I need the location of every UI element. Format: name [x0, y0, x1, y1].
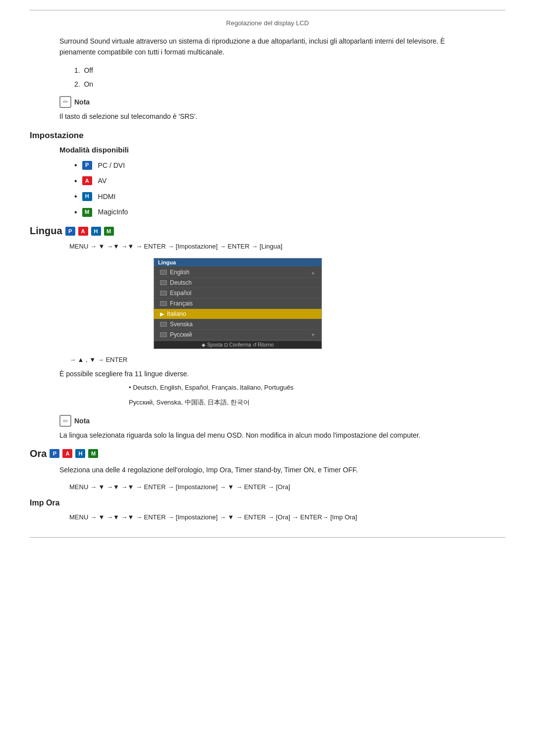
ora-heading: Ora	[30, 448, 47, 459]
modalita-item-hdmi: • H HDMI	[74, 190, 505, 203]
lingua-badge-h: H	[91, 227, 101, 236]
modalita-item-pc: • P PC / DVI	[74, 159, 505, 172]
nota-icon-2: ✏	[59, 415, 71, 427]
intro-text: Surround Sound virtuale attraverso un si…	[59, 36, 476, 58]
lang-flag-english	[160, 270, 167, 275]
badge-m-1: M	[82, 208, 92, 217]
lang-item-svenska: Svenska	[154, 319, 321, 330]
modalita-label-magicinfo: MagicInfo	[98, 206, 128, 217]
lang-item-russian: Русский ▼	[154, 330, 321, 340]
lang-item-english: English ▲	[154, 267, 321, 278]
ora-text: Seleziona una delle 4 regolazione dell'o…	[59, 464, 476, 475]
list-item-on: 2. On	[74, 79, 505, 90]
nota-text-2: La lingua selezionata riguarda solo la l…	[59, 430, 505, 441]
lingua-badge-p: P	[65, 227, 75, 236]
nota-box-1: ✏ Nota	[59, 96, 505, 108]
lang-flag-deutsch	[160, 280, 167, 285]
list-item-off: 1. Off	[74, 65, 505, 76]
lang-list: English ▲ Deutsch Español Français ▶ Ita…	[154, 266, 321, 341]
languages-list-line1: • Deutsch, English, Español, Français, I…	[129, 383, 505, 393]
lang-item-italiano: ▶ Italiano	[154, 309, 321, 319]
badge-h-1: H	[82, 192, 92, 201]
lang-flag-espanol	[160, 291, 167, 296]
impostazione-heading: Impostazione	[30, 131, 505, 141]
languages-list-line2: Русский, Svenska, 中国语, 日本語, 한국어	[129, 398, 505, 408]
ora-badge-p: P	[50, 449, 59, 458]
lang-flag-francais	[160, 301, 167, 306]
badge-p-1: P	[82, 161, 92, 170]
lang-item-espanol: Español	[154, 288, 321, 299]
lang-flag-svenska	[160, 322, 167, 327]
possible-text: È possibile scegliere fra 11 lingue dive…	[59, 368, 505, 379]
modalita-label-pc: PC / DVI	[98, 160, 125, 171]
enter-instruction: → ▲ , ▼ → ENTER	[69, 356, 505, 363]
lingua-title-row: Lingua P A H M	[30, 225, 505, 237]
nota-text-1: Il tasto di selezione sul telecomando è …	[59, 111, 505, 122]
ora-title-row: Ora P A H M	[30, 448, 505, 459]
language-screenshot: Lingua English ▲ Deutsch Español Françai…	[154, 258, 322, 349]
lingua-badge-m: M	[104, 227, 114, 236]
ora-badge-h: H	[75, 449, 85, 458]
lang-item-deutsch: Deutsch	[154, 278, 321, 288]
badge-a-1: A	[82, 176, 92, 185]
nota-icon-1: ✏	[59, 96, 71, 108]
lingua-badge-a: A	[78, 227, 88, 236]
lang-item-francais: Français	[154, 299, 321, 309]
nota-label-1: Nota	[74, 96, 90, 108]
ora-menu-path: MENU → ▼ →▼ →▼ → ENTER → [Impostazione] …	[69, 482, 505, 493]
lingua-heading: Lingua	[30, 225, 62, 237]
lang-bottom-bar: ◆ Sposta ⊡ Conferma ↺ Ritorno	[154, 341, 321, 349]
ora-badge-a: A	[62, 449, 72, 458]
modalita-label-av: AV	[98, 175, 107, 186]
ora-badge-m: M	[88, 449, 98, 458]
modalita-item-magicinfo: • M MagicInfo	[74, 206, 505, 219]
lang-flag-russian	[160, 332, 167, 337]
imp-ora-menu-path: MENU → ▼ →▼ →▼ → ENTER → [Impostazione] …	[69, 512, 505, 523]
modalita-item-av: • A AV	[74, 175, 505, 188]
lang-title-bar: Lingua	[154, 258, 321, 266]
nota-label-2: Nota	[74, 415, 90, 427]
modalita-heading: Modalità disponibili	[59, 146, 505, 154]
modalita-label-hdmi: HDMI	[98, 191, 116, 202]
imp-ora-heading: Imp Ora	[30, 499, 505, 507]
lingua-menu-path: MENU → ▼ →▼ →▼ → ENTER → [Impostazione] …	[69, 242, 505, 252]
nota-box-2: ✏ Nota	[59, 415, 505, 427]
page-title: Regolazione del display LCD	[30, 15, 505, 27]
